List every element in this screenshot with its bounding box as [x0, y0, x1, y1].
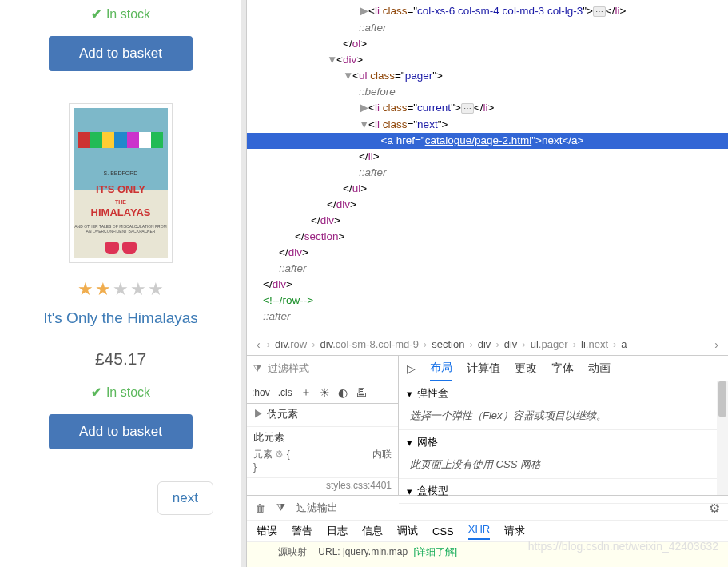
flexbox-section: ▾弹性盒 选择一个弹性（Flex）容器或项目以继续。 [399, 381, 728, 430]
filter-output-input[interactable]: 过滤输出 [296, 501, 338, 515]
breadcrumb-item[interactable]: a [618, 338, 630, 350]
devtools-panel: ▶<li class="col-xs-6 col-sm-4 col-md-3 c… [246, 0, 728, 567]
filter-styles-input[interactable]: 过滤样式 [268, 361, 309, 376]
styles-tabs: ▷ 布局 计算值 更改 字体 动画 [399, 356, 728, 381]
grid-header[interactable]: ▾网格 [399, 430, 728, 454]
this-element-section: 此元素 元素 ⚙ {} 内联 [247, 427, 398, 478]
tab-fonts[interactable]: 字体 [551, 357, 574, 381]
rules-pane: ⧩ 过滤样式 :hov .cls ＋ ☀ ◐ 🖶 ▶ 伪元素 此元素 元素 ⚙ … [247, 356, 399, 495]
expand-arrow-icon[interactable]: ▶ [359, 100, 368, 116]
stylesheet-link[interactable]: styles.css:4401 [247, 478, 398, 493]
add-to-basket-button-1[interactable]: Add to basket [49, 36, 193, 71]
cover-flags [78, 132, 163, 148]
styles-toolbar: :hov .cls ＋ ☀ ◐ 🖶 [247, 381, 398, 404]
website-panel: ✔ In stock Add to basket S. BEDFORD IT'S… [0, 0, 241, 567]
light-mode-icon[interactable]: ☀ [320, 386, 330, 399]
scrollbar[interactable] [717, 381, 728, 495]
breadcrumb-prev-icon[interactable]: ‹ [252, 338, 265, 351]
collapse-arrow-icon[interactable]: ▼ [327, 52, 336, 68]
star-icon: ★ [95, 279, 111, 300]
filter-icon: ⧩ [253, 363, 261, 374]
scrollbar-thumb[interactable] [718, 381, 726, 417]
href-link[interactable]: catalogue/page-2.html [425, 134, 532, 146]
dom-breadcrumb: ‹ › div.row›div.col-sm-8.col-md-9›sectio… [247, 333, 728, 355]
tab-animations[interactable]: 动画 [588, 357, 611, 381]
play-icon[interactable]: ▷ [407, 362, 416, 375]
star-icon: ★ [130, 279, 146, 300]
tab-changes[interactable]: 更改 [515, 357, 537, 381]
trash-icon[interactable]: 🗑 [255, 502, 265, 514]
breadcrumb-item[interactable]: div.row [272, 338, 310, 350]
check-icon: ✔ [91, 6, 101, 22]
stock-status-1: ✔ In stock [12, 6, 229, 22]
tab-requests[interactable]: 请求 [504, 524, 525, 538]
star-icon: ★ [148, 279, 164, 300]
tab-warnings[interactable]: 警告 [292, 524, 312, 538]
chevron-down-icon: ▾ [407, 388, 412, 400]
collapse-arrow-icon[interactable]: ▼ [343, 68, 352, 84]
book-title-link[interactable]: It's Only the Himalayas [12, 309, 229, 327]
star-rating: ★ ★ ★ ★ ★ [12, 279, 229, 300]
sourcemap-link[interactable]: [详细了解] [413, 546, 457, 557]
breadcrumb-next-icon[interactable]: › [710, 338, 723, 351]
console-tabs: 错误 警告 日志 信息 调试 CSS XHR 请求 [247, 520, 728, 542]
breadcrumb-item[interactable]: section [428, 338, 467, 350]
layout-pane: ▷ 布局 计算值 更改 字体 动画 ▾弹性盒 选择一个弹性（Flex）容器或项目… [399, 356, 728, 495]
book-price: £45.17 [12, 349, 229, 369]
add-to-basket-button-2[interactable]: Add to basket [49, 414, 193, 449]
print-mode-icon[interactable]: 🖶 [356, 386, 367, 399]
flexbox-header[interactable]: ▾弹性盒 [399, 381, 728, 405]
ellipsis-icon[interactable]: ⋯ [593, 6, 606, 17]
product-card: S. BEDFORD IT'S ONLY THE HIMALAYAS AND O… [12, 103, 229, 515]
gear-icon[interactable]: ⚙ [275, 449, 284, 460]
add-rule-icon[interactable]: ＋ [300, 385, 312, 400]
tab-logs[interactable]: 日志 [327, 524, 348, 538]
hov-toggle[interactable]: :hov [252, 387, 270, 398]
filter-icon: ⧩ [276, 501, 285, 514]
selected-dom-node[interactable]: <a href="catalogue/page-2.html">next</a> [247, 133, 728, 149]
breadcrumb-item[interactable]: li.next [578, 338, 611, 350]
cover-author: S. BEDFORD [74, 170, 168, 176]
flexbox-body: 选择一个弹性（Flex）容器或项目以继续。 [399, 405, 728, 429]
expand-arrow-icon[interactable]: ▶ [359, 3, 368, 19]
next-page-button[interactable]: next [157, 481, 213, 515]
breadcrumb-item[interactable]: div [501, 338, 521, 350]
grid-body: 此页面上没有使用 CSS 网格 [399, 454, 728, 478]
filter-styles-row: ⧩ 过滤样式 [247, 356, 398, 381]
boxmodel-section: ▾盒模型 [399, 479, 728, 504]
tab-info[interactable]: 信息 [362, 524, 383, 538]
check-icon: ✔ [91, 385, 101, 400]
star-icon: ★ [113, 279, 129, 300]
ellipsis-icon[interactable]: ⋯ [461, 103, 474, 114]
star-icon: ★ [78, 279, 93, 300]
boxmodel-header[interactable]: ▾盒模型 [399, 479, 728, 503]
breadcrumb-item[interactable]: div.col-sm-8.col-md-9 [317, 338, 422, 350]
collapse-arrow-icon[interactable]: ▼ [359, 117, 368, 133]
chevron-down-icon: ▾ [407, 437, 412, 449]
pseudo-section[interactable]: ▶ 伪元素 [247, 404, 398, 427]
book-cover: S. BEDFORD IT'S ONLY THE HIMALAYAS AND O… [74, 108, 168, 258]
tab-xhr[interactable]: XHR [468, 523, 490, 540]
console-output: 源映射 URL: jquery.min.map [详细了解] [247, 542, 728, 567]
book-thumbnail[interactable]: S. BEDFORD IT'S ONLY THE HIMALAYAS AND O… [69, 103, 173, 263]
stock-text: In stock [106, 7, 150, 22]
cover-subtitle: AND OTHER TALES OF MISCALCULATION FROM A… [74, 224, 168, 234]
stock-text: In stock [106, 385, 150, 400]
breadcrumb-item[interactable]: ul.pager [527, 338, 571, 350]
dom-tree[interactable]: ▶<li class="col-xs-6 col-sm-4 col-md-3 c… [247, 0, 728, 333]
cover-shoes-icon [74, 242, 168, 254]
stock-status-2: ✔ In stock [12, 385, 229, 400]
styles-panel: ⧩ 过滤样式 :hov .cls ＋ ☀ ◐ 🖶 ▶ 伪元素 此元素 元素 ⚙ … [247, 355, 728, 495]
console-panel: 🗑 ⧩ 过滤输出 ⚙ 错误 警告 日志 信息 调试 CSS XHR 请求 源映射… [247, 495, 728, 567]
cover-title: IT'S ONLY THE HIMALAYAS [74, 184, 168, 218]
tab-css[interactable]: CSS [432, 525, 454, 537]
breadcrumb-item[interactable]: div [475, 338, 495, 350]
tab-debug[interactable]: 调试 [397, 524, 418, 538]
tab-errors[interactable]: 错误 [257, 524, 277, 538]
grid-section: ▾网格 此页面上没有使用 CSS 网格 [399, 430, 728, 479]
chevron-down-icon: ▾ [407, 485, 412, 497]
tab-layout[interactable]: 布局 [430, 356, 452, 381]
tab-computed[interactable]: 计算值 [467, 357, 500, 381]
cls-toggle[interactable]: .cls [278, 387, 292, 398]
dark-mode-icon[interactable]: ◐ [338, 386, 348, 399]
